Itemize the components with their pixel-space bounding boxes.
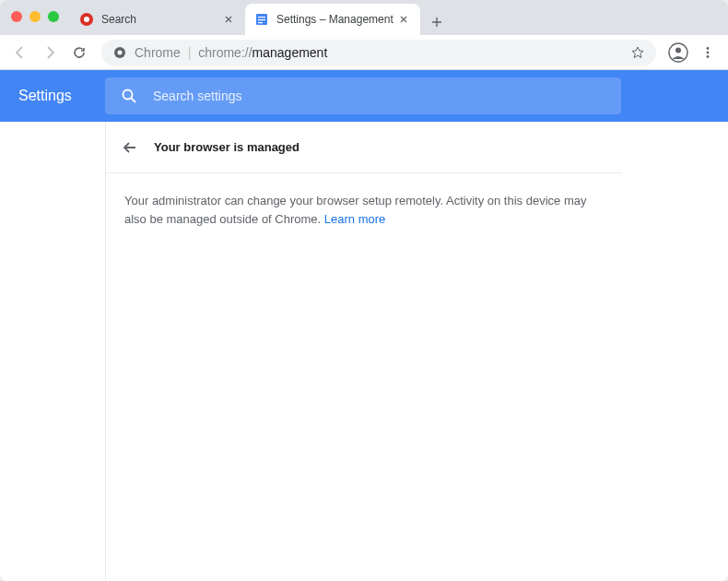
close-window-button[interactable] <box>11 11 22 22</box>
profile-button[interactable] <box>665 40 691 65</box>
svg-point-7 <box>118 50 123 54</box>
window-controls <box>11 11 59 22</box>
omnibox[interactable]: Chrome | chrome://management <box>101 40 656 65</box>
page-heading: Your browser is managed <box>154 140 299 154</box>
sidebar-divider <box>105 122 106 581</box>
settings-search-input[interactable] <box>153 89 606 103</box>
menu-button[interactable] <box>695 40 721 65</box>
svg-rect-3 <box>258 17 265 18</box>
svg-point-13 <box>123 90 133 100</box>
svg-point-12 <box>707 55 710 58</box>
svg-rect-5 <box>258 22 263 23</box>
svg-rect-4 <box>258 19 265 20</box>
svg-point-1 <box>84 17 89 22</box>
tab-strip: Search Settings – Management <box>70 4 450 35</box>
svg-point-10 <box>707 47 710 50</box>
forward-button[interactable] <box>37 40 63 65</box>
svg-point-11 <box>707 51 710 53</box>
svg-point-9 <box>675 47 681 53</box>
settings-content: Your browser is managed Your administrat… <box>0 122 728 581</box>
browser-window: Search Settings – Management <box>0 0 728 581</box>
favicon-icon <box>254 12 269 27</box>
card-body: Your administrator can change your brows… <box>106 173 622 246</box>
settings-search-box[interactable] <box>105 77 621 114</box>
learn-more-link[interactable]: Learn more <box>324 212 385 226</box>
tab-search[interactable]: Search <box>70 4 245 35</box>
tab-title: Settings – Management <box>276 13 396 26</box>
settings-header: Settings <box>0 70 728 122</box>
tab-title: Search <box>101 13 221 26</box>
search-icon <box>120 87 138 105</box>
new-tab-button[interactable] <box>424 9 450 35</box>
close-tab-icon[interactable] <box>396 12 411 27</box>
url-scheme: chrome:// <box>198 45 252 60</box>
chrome-page-icon <box>112 45 127 60</box>
minimize-window-button[interactable] <box>29 11 41 22</box>
titlebar: Search Settings – Management <box>0 0 728 35</box>
reload-button[interactable] <box>66 40 92 65</box>
tab-settings-management[interactable]: Settings – Management <box>245 4 420 35</box>
card-header: Your browser is managed <box>106 122 622 173</box>
management-card: Your browser is managed Your administrat… <box>106 122 622 581</box>
bookmark-star-icon[interactable] <box>630 45 645 60</box>
favicon-icon <box>79 12 94 27</box>
omnibox-url: Chrome | chrome://management <box>135 45 630 60</box>
close-tab-icon[interactable] <box>221 12 236 27</box>
back-button[interactable] <box>7 40 33 65</box>
maximize-window-button[interactable] <box>48 11 59 22</box>
toolbar: Chrome | chrome://management <box>0 35 728 70</box>
back-arrow-button[interactable] <box>113 131 147 164</box>
url-security-label: Chrome <box>135 45 181 60</box>
url-path: management <box>252 45 328 60</box>
settings-app-title: Settings <box>18 88 105 104</box>
